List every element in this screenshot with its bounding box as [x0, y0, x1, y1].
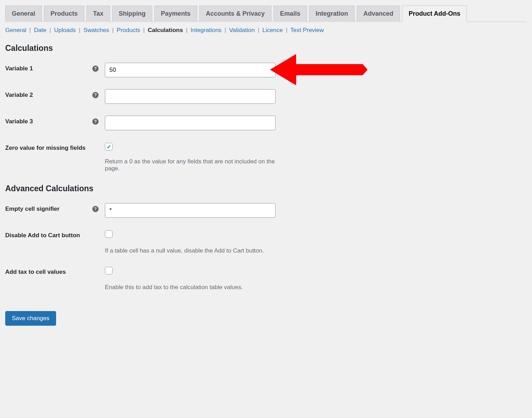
subnav-licence[interactable]: Licence [262, 27, 283, 33]
label-variable-2: Variable 2 [5, 92, 33, 99]
subnav-integrations[interactable]: Integrations [191, 27, 222, 33]
checkbox-zero-value[interactable] [105, 143, 113, 150]
separator: | [286, 27, 287, 33]
subnav-swatches[interactable]: Swatches [83, 27, 109, 33]
separator: | [143, 27, 145, 33]
separator: | [112, 27, 114, 33]
sub-nav: General | Date | Uploads | Swatches | Pr… [5, 27, 527, 34]
save-button[interactable]: Save changes [5, 311, 56, 326]
label-zero-value: Zero value for missing fields [5, 145, 86, 152]
row-variable-3: Variable 3 ? [5, 116, 527, 130]
section-heading-advanced: Advanced Calculations [5, 184, 527, 193]
subnav-calculations[interactable]: Calculations [148, 27, 183, 33]
subnav-products[interactable]: Products [117, 27, 140, 33]
help-icon[interactable]: ? [92, 118, 99, 125]
subnav-uploads[interactable]: Uploads [54, 27, 76, 33]
label-empty-cell: Empty cell signifier [5, 206, 60, 212]
desc-zero-value: Return a 0 as the value for any fields t… [105, 158, 276, 172]
checkbox-disable-cart[interactable] [105, 230, 113, 238]
desc-add-tax: Enable this to add tax to the calculatio… [105, 284, 276, 291]
annotation-arrow-icon [270, 49, 368, 91]
help-icon[interactable]: ? [92, 206, 99, 212]
subnav-general[interactable]: General [5, 27, 26, 33]
tab-payments[interactable]: Payments [154, 6, 197, 22]
input-empty-cell[interactable] [105, 203, 276, 218]
row-zero-value: Zero value for missing fields Return a 0… [5, 142, 527, 172]
label-variable-3: Variable 3 [5, 118, 33, 125]
input-variable-2[interactable] [105, 89, 276, 104]
input-variable-1[interactable] [105, 63, 276, 77]
separator: | [225, 27, 226, 33]
separator: | [258, 27, 259, 33]
input-variable-3[interactable] [105, 116, 276, 130]
subnav-text-preview[interactable]: Text Preview [290, 27, 324, 33]
tab-emails[interactable]: Emails [273, 6, 307, 22]
subnav-date[interactable]: Date [34, 27, 46, 33]
tab-advanced[interactable]: Advanced [357, 6, 400, 22]
label-add-tax: Add tax to cell values [5, 269, 66, 276]
tab-shipping[interactable]: Shipping [112, 6, 152, 22]
row-disable-cart: Disable Add to Cart button If a table ce… [5, 230, 527, 254]
row-variable-1: Variable 1 ? [5, 63, 527, 77]
desc-disable-cart: If a table cell has a null value, disabl… [105, 247, 276, 254]
label-variable-1: Variable 1 [5, 65, 33, 72]
row-empty-cell: Empty cell signifier ? [5, 203, 527, 218]
separator: | [186, 27, 187, 33]
row-variable-2: Variable 2 ? [5, 89, 527, 104]
separator: | [49, 27, 51, 33]
separator: | [79, 27, 80, 33]
tab-general[interactable]: General [5, 6, 42, 22]
subnav-validation[interactable]: Validation [229, 27, 255, 33]
separator: | [29, 27, 31, 33]
checkbox-add-tax[interactable] [105, 267, 113, 274]
help-icon[interactable]: ? [92, 65, 99, 72]
row-add-tax: Add tax to cell values Enable this to ad… [5, 266, 527, 291]
tab-product-add-ons[interactable]: Product Add-Ons [402, 6, 467, 22]
tab-tax[interactable]: Tax [86, 6, 110, 22]
tab-products[interactable]: Products [44, 6, 84, 22]
help-icon[interactable]: ? [92, 92, 99, 98]
svg-marker-0 [270, 54, 368, 85]
label-disable-cart: Disable Add to Cart button [5, 232, 80, 239]
section-heading-calculations: Calculations [5, 44, 527, 53]
tab-accounts-privacy[interactable]: Accounts & Privacy [199, 6, 271, 22]
tab-integration[interactable]: Integration [309, 6, 355, 22]
primary-tabs: General Products Tax Shipping Payments A… [5, 5, 527, 22]
